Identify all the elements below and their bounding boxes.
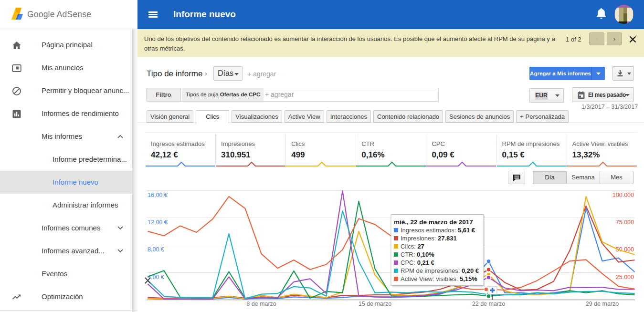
svg-text:8,00 €: 8,00 €: [148, 246, 164, 253]
svg-text:29 de marzo: 29 de marzo: [586, 301, 619, 307]
svg-text:12,00 €: 12,00 €: [148, 219, 168, 226]
svg-text:75.000: 75.000: [616, 219, 634, 226]
svg-text:mié., 22 de marzo de 2017: mié., 22 de marzo de 2017: [394, 218, 473, 226]
svg-text:8 de marzo: 8 de marzo: [246, 301, 276, 307]
svg-text:4,00 €: 4,00 €: [148, 274, 164, 281]
svg-text:Impresiones: 27.831: Impresiones: 27.831: [401, 235, 457, 242]
svg-text:CTR: 0,10%: CTR: 0,10%: [401, 251, 434, 258]
svg-text:Ingresos estimados: 5,61 €: Ingresos estimados: 5,61 €: [401, 227, 475, 234]
svg-text:CPC: 0,21 €: CPC: 0,21 €: [401, 259, 434, 266]
svg-text:RPM de impresiones: 0,20 €: RPM de impresiones: 0,20 €: [401, 267, 479, 274]
svg-text:Active View: visibles: 5,15%: Active View: visibles: 5,15%: [401, 275, 477, 282]
svg-text:100.000: 100.000: [612, 192, 634, 198]
svg-text:25.000: 25.000: [616, 274, 634, 281]
svg-text:22 de marzo: 22 de marzo: [472, 301, 506, 307]
svg-text:16,00 €: 16,00 €: [148, 192, 168, 198]
svg-text:15 de marzo: 15 de marzo: [359, 301, 392, 307]
svg-text:Clics: 27: Clics: 27: [401, 243, 424, 250]
